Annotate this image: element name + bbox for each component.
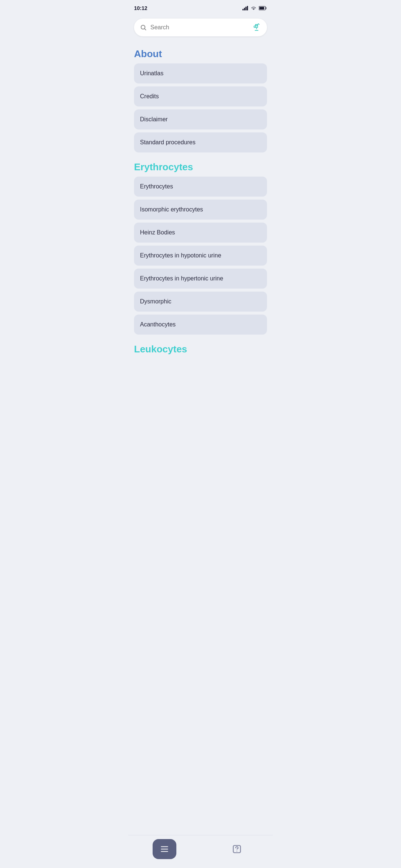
- microscope-icon: [252, 23, 261, 32]
- search-icon: [140, 24, 147, 31]
- menu-item-erythrocytes-hypertonic[interactable]: Erythrocytes in hypertonic urine: [134, 269, 267, 289]
- svg-rect-3: [247, 6, 248, 10]
- menu-item-erythrocytes[interactable]: Erythrocytes: [134, 177, 267, 197]
- search-bar[interactable]: [134, 19, 267, 36]
- menu-item-standard-procedures[interactable]: Standard procedures: [134, 132, 267, 152]
- svg-rect-5: [260, 7, 264, 10]
- about-section: About Urinatlas Credits Disclaimer Stand…: [128, 42, 273, 152]
- leukocytes-section: Leukocytes: [128, 338, 273, 355]
- signal-icon: [242, 6, 248, 10]
- svg-rect-1: [244, 8, 245, 10]
- status-icons: [242, 6, 267, 10]
- menu-item-isomorphic-erythrocytes[interactable]: Isomorphic erythrocytes: [134, 200, 267, 220]
- svg-line-7: [144, 29, 146, 30]
- menu-item-erythrocytes-hypotonic[interactable]: Erythrocytes in hypotonic urine: [134, 246, 267, 266]
- erythrocytes-section: Erythrocytes Erythrocytes Isomorphic ery…: [128, 155, 273, 335]
- svg-point-8: [256, 24, 257, 26]
- about-title: About: [134, 45, 267, 60]
- svg-rect-2: [245, 7, 247, 10]
- svg-rect-0: [242, 9, 244, 10]
- status-bar: 10:12: [128, 0, 273, 15]
- menu-item-heinz-bodies[interactable]: Heinz Bodies: [134, 223, 267, 243]
- content-area: About Urinatlas Credits Disclaimer Stand…: [128, 42, 273, 396]
- erythrocytes-title: Erythrocytes: [134, 158, 267, 173]
- wifi-icon: [251, 6, 257, 10]
- search-container: [128, 15, 273, 42]
- menu-item-credits[interactable]: Credits: [134, 86, 267, 106]
- battery-icon: [259, 6, 267, 10]
- menu-item-acanthocytes[interactable]: Acanthocytes: [134, 315, 267, 335]
- status-time: 10:12: [134, 5, 147, 11]
- search-input[interactable]: [150, 24, 248, 31]
- leukocytes-title: Leukocytes: [134, 341, 267, 355]
- menu-item-dysmorphic[interactable]: Dysmorphic: [134, 292, 267, 312]
- menu-item-disclaimer[interactable]: Disclaimer: [134, 109, 267, 129]
- menu-item-urinatlas[interactable]: Urinatlas: [134, 63, 267, 83]
